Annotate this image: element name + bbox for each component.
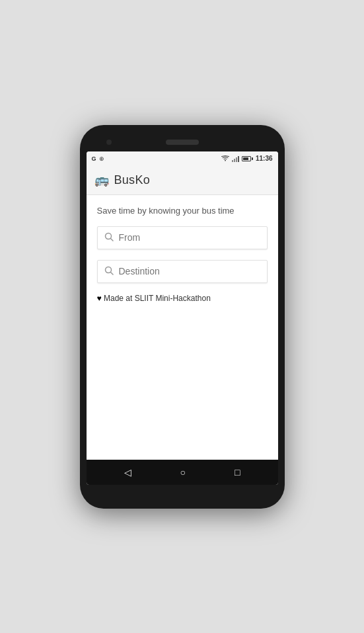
svg-line-2	[110, 238, 113, 241]
app-title: BusKo	[114, 173, 151, 187]
phone-device: G ⊕	[80, 125, 285, 509]
phone-screen: G ⊕	[87, 151, 278, 485]
g-icon: G	[92, 155, 96, 162]
from-search-icon	[104, 232, 114, 243]
back-button[interactable]: ◁	[119, 464, 137, 480]
svg-line-4	[110, 272, 113, 274]
recent-button[interactable]: □	[229, 464, 245, 480]
home-button[interactable]: ○	[175, 464, 191, 480]
status-bar-right: 11:36	[221, 155, 273, 162]
bottom-nav: ◁ ○ □	[87, 460, 278, 485]
speaker	[166, 140, 199, 145]
from-search-box[interactable]	[97, 226, 268, 249]
signal-icon	[232, 155, 239, 162]
status-bar: G ⊕	[87, 151, 278, 166]
bus-icon: 🚌	[94, 173, 109, 187]
from-input[interactable]	[119, 232, 260, 243]
battery-icon	[242, 156, 253, 161]
wifi-icon	[221, 155, 229, 161]
footer-text: ♥ Made at SLIIT Mini-Hackathon	[97, 294, 268, 303]
location-icon: ⊕	[99, 155, 104, 162]
subtitle-text: Save time by knowing your bus time	[97, 206, 268, 216]
heart-icon: ♥	[97, 294, 102, 303]
phone-top-bar	[87, 133, 278, 151]
front-camera	[106, 140, 112, 145]
app-bar: 🚌 BusKo	[87, 166, 278, 195]
status-time: 11:36	[256, 155, 273, 162]
status-bar-left: G ⊕	[92, 155, 104, 162]
phone-bottom-bar	[87, 485, 278, 501]
destination-search-icon	[104, 266, 114, 277]
main-content: Save time by knowing your bus time	[87, 195, 278, 460]
destination-input[interactable]	[119, 266, 260, 276]
destination-search-box[interactable]	[97, 260, 268, 283]
svg-point-0	[225, 160, 226, 161]
